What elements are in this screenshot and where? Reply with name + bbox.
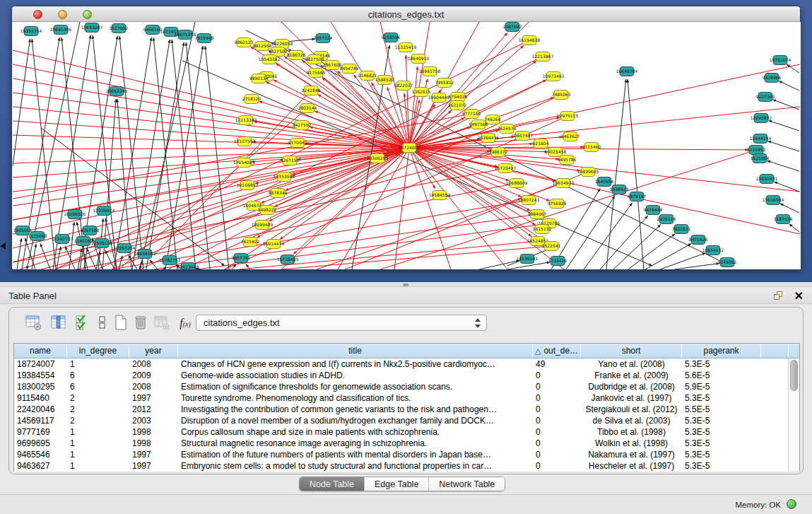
table-cell: 49 (533, 358, 581, 370)
graph-node-label: 15720407 (495, 165, 517, 170)
panel-collapse-arrow-icon[interactable] (0, 243, 6, 250)
network-window[interactable]: citations_edges.txt 18724007113254191864… (11, 6, 801, 269)
column-header-pagerank[interactable]: pagerank (682, 344, 761, 358)
tab-node-table[interactable]: Node Table (300, 477, 365, 491)
tab-edge-table[interactable]: Edge Table (365, 477, 429, 491)
graph-node-label: 19166857 (237, 182, 259, 187)
node-table: namein_degreeyeartitle△out_de…shortpager… (13, 343, 800, 472)
table-cell: 0 (533, 392, 581, 404)
table-selector-value: citations_edges.txt (204, 317, 280, 328)
network-window-titlebar[interactable]: citations_edges.txt (12, 6, 800, 22)
graph-edge (674, 263, 719, 269)
graph-node-label: 14136141 (517, 256, 539, 261)
delete-table-button[interactable] (152, 313, 172, 333)
graph-node-label: 12213383 (235, 117, 257, 122)
graph-edge (132, 40, 170, 269)
graph-edge (168, 148, 409, 269)
graph-node-label: 14353594 (273, 174, 295, 179)
table-selector-dropdown[interactable]: citations_edges.txt (196, 315, 487, 331)
graph-edge (767, 141, 799, 151)
graph-node-label: 9827509 (269, 49, 288, 54)
sort-ascending-icon: △ (535, 346, 541, 356)
tab-network-table[interactable]: Network Table (429, 477, 505, 491)
scrollbar-thumb[interactable] (790, 360, 798, 391)
table-panel-body: f(x) citations_edges.txt namein_degreeye… (8, 307, 804, 474)
column-header-year[interactable]: year (129, 344, 178, 358)
table-row[interactable]: 1456911722003Disruption of a novel membe… (14, 415, 799, 426)
network-canvas[interactable]: 1872400711325419186409101696175879558121… (13, 22, 801, 269)
column-header-title[interactable]: title (178, 344, 533, 358)
graph-node-label: 10543362 (259, 57, 281, 62)
table-mode-icon (25, 314, 42, 331)
graph-node-label: 16648784 (616, 69, 638, 74)
table-cell: 22420046 (14, 404, 67, 415)
table-cell: 2 (67, 415, 129, 426)
selection-mode-button[interactable] (73, 313, 93, 333)
table-mode-button[interactable] (23, 313, 43, 333)
graph-node-label: 14671358 (175, 32, 196, 37)
column-header-in_degree[interactable]: in_degree (67, 344, 129, 358)
graph-edge (146, 42, 184, 269)
table-row[interactable]: 969969511998Structural magnetic resonanc… (14, 438, 799, 449)
graph-edge (65, 246, 75, 269)
table-cell: 1 (67, 358, 129, 370)
graph-node-label: 6497568 (469, 122, 488, 127)
function-builder-button[interactable]: f(x) (173, 313, 197, 333)
edge-arrowhead-icon (59, 247, 61, 250)
graph-node-label: 1615132 (533, 226, 552, 231)
graph-node-label: 16914479 (263, 241, 285, 246)
table-row[interactable]: 1872400712008Changes of HCN gene express… (14, 358, 799, 370)
split-pane-divider[interactable] (0, 282, 812, 287)
graph-node-label: 18807243 (518, 197, 540, 202)
table-cell: Wolkin et al. (1998) (581, 438, 682, 449)
column-header-label: short (622, 346, 641, 356)
graph-edge (154, 214, 537, 269)
graph-node-label: 3624574 (498, 126, 517, 131)
edge-arrowhead-icon (387, 87, 389, 90)
column-header-out_de…[interactable]: △out_de… (533, 344, 581, 358)
table-header-row: namein_degreeyeartitle△out_de…shortpager… (14, 344, 799, 358)
show-columns-button[interactable] (49, 313, 69, 333)
table-row[interactable]: 977716911998Corpus callosum shape and si… (14, 426, 799, 438)
column-header-name[interactable]: name (14, 344, 67, 358)
graph-node-label: 18107553 (234, 139, 256, 144)
table-cell: Estimation of significance thresholds fo… (178, 381, 533, 392)
divider-handle-icon[interactable] (403, 284, 408, 286)
graph-node-label: 2803144 (298, 105, 317, 110)
table-row[interactable]: 946554611997Estimation of the future num… (14, 449, 799, 460)
column-header-blank[interactable] (761, 344, 789, 358)
table-cell: 1997 (129, 460, 178, 472)
graph-node-label: 18300295 (367, 156, 389, 160)
network-graph[interactable]: 1872400711325419186409101696175879558121… (13, 22, 801, 269)
table-row[interactable]: 946362711997Embryonic stem cells: a mode… (14, 460, 799, 472)
graph-edge (660, 253, 706, 269)
table-cell: 19384554 (14, 370, 67, 381)
table-row[interactable]: 1830029562008Estimation of significance … (14, 381, 799, 392)
graph-node-label: 19904448 (428, 95, 450, 100)
graph-node-label: 1588520 (375, 77, 394, 82)
table-cell: 14569117 (14, 415, 67, 426)
graph-node-label: 16154838 (519, 37, 541, 42)
graph-node-label: 8878344 (269, 190, 288, 195)
edge-arrowhead-icon (612, 196, 615, 199)
table-cell: 9699695 (14, 438, 67, 449)
column-header-label: out_de… (543, 346, 578, 356)
delete-column-button[interactable] (131, 313, 151, 333)
row-height-button[interactable] (93, 313, 112, 333)
close-panel-icon[interactable]: ✕ (794, 289, 804, 303)
graph-node-label: 10973493 (543, 74, 565, 78)
table-row[interactable]: 2242004622012Investigating the contribut… (14, 404, 799, 415)
graph-node-label: 1498222 (258, 207, 277, 212)
graph-node-label: 2522541 (542, 243, 561, 248)
table-scrollbar[interactable] (788, 358, 799, 472)
table-cell: 0 (533, 381, 581, 392)
float-panel-icon[interactable] (773, 291, 784, 301)
new-column-button[interactable] (111, 313, 131, 333)
graph-node-label: 10899695 (577, 169, 599, 174)
column-header-label: name (30, 346, 51, 356)
edge-arrowhead-icon (182, 42, 184, 46)
graph-edge (645, 243, 691, 269)
table-row[interactable]: 911546021997Tourette syndrome. Phenomeno… (14, 392, 799, 404)
table-row[interactable]: 1938455462009Genome-wide association stu… (14, 370, 799, 381)
column-header-short[interactable]: short (581, 344, 682, 358)
